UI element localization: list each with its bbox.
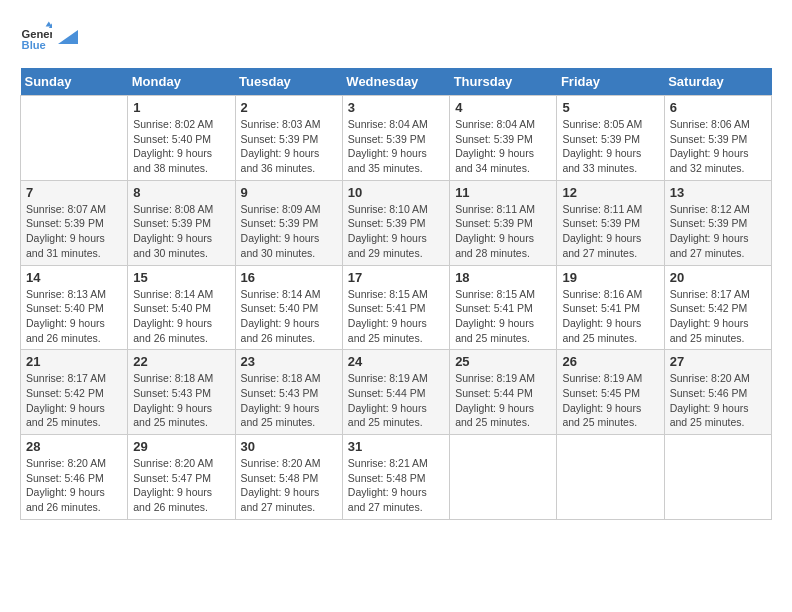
calendar-cell: 2Sunrise: 8:03 AMSunset: 5:39 PMDaylight… (235, 96, 342, 181)
calendar-cell: 8Sunrise: 8:08 AMSunset: 5:39 PMDaylight… (128, 180, 235, 265)
day-info: Sunrise: 8:15 AMSunset: 5:41 PMDaylight:… (455, 287, 551, 346)
day-number: 17 (348, 270, 444, 285)
day-number: 13 (670, 185, 766, 200)
day-number: 4 (455, 100, 551, 115)
calendar-week-4: 21Sunrise: 8:17 AMSunset: 5:42 PMDayligh… (21, 350, 772, 435)
day-number: 3 (348, 100, 444, 115)
day-info: Sunrise: 8:14 AMSunset: 5:40 PMDaylight:… (241, 287, 337, 346)
day-number: 1 (133, 100, 229, 115)
calendar-week-2: 7Sunrise: 8:07 AMSunset: 5:39 PMDaylight… (21, 180, 772, 265)
day-number: 26 (562, 354, 658, 369)
day-number: 14 (26, 270, 122, 285)
day-info: Sunrise: 8:20 AMSunset: 5:48 PMDaylight:… (241, 456, 337, 515)
calendar-cell: 7Sunrise: 8:07 AMSunset: 5:39 PMDaylight… (21, 180, 128, 265)
calendar-cell: 18Sunrise: 8:15 AMSunset: 5:41 PMDayligh… (450, 265, 557, 350)
calendar-header: SundayMondayTuesdayWednesdayThursdayFrid… (21, 68, 772, 96)
logo: General Blue (20, 20, 78, 52)
logo-icon: General Blue (20, 20, 52, 52)
day-info: Sunrise: 8:04 AMSunset: 5:39 PMDaylight:… (348, 117, 444, 176)
calendar-cell: 21Sunrise: 8:17 AMSunset: 5:42 PMDayligh… (21, 350, 128, 435)
calendar-cell: 6Sunrise: 8:06 AMSunset: 5:39 PMDaylight… (664, 96, 771, 181)
day-number: 28 (26, 439, 122, 454)
day-number: 8 (133, 185, 229, 200)
day-info: Sunrise: 8:11 AMSunset: 5:39 PMDaylight:… (562, 202, 658, 261)
day-number: 2 (241, 100, 337, 115)
calendar-week-3: 14Sunrise: 8:13 AMSunset: 5:40 PMDayligh… (21, 265, 772, 350)
day-number: 11 (455, 185, 551, 200)
calendar-cell: 4Sunrise: 8:04 AMSunset: 5:39 PMDaylight… (450, 96, 557, 181)
day-number: 9 (241, 185, 337, 200)
calendar-cell: 14Sunrise: 8:13 AMSunset: 5:40 PMDayligh… (21, 265, 128, 350)
day-info: Sunrise: 8:19 AMSunset: 5:44 PMDaylight:… (348, 371, 444, 430)
calendar-cell (664, 435, 771, 520)
day-number: 10 (348, 185, 444, 200)
day-number: 6 (670, 100, 766, 115)
day-info: Sunrise: 8:11 AMSunset: 5:39 PMDaylight:… (455, 202, 551, 261)
weekday-header-row: SundayMondayTuesdayWednesdayThursdayFrid… (21, 68, 772, 96)
weekday-header-saturday: Saturday (664, 68, 771, 96)
day-info: Sunrise: 8:15 AMSunset: 5:41 PMDaylight:… (348, 287, 444, 346)
day-info: Sunrise: 8:17 AMSunset: 5:42 PMDaylight:… (670, 287, 766, 346)
day-number: 30 (241, 439, 337, 454)
weekday-header-monday: Monday (128, 68, 235, 96)
day-info: Sunrise: 8:04 AMSunset: 5:39 PMDaylight:… (455, 117, 551, 176)
weekday-header-friday: Friday (557, 68, 664, 96)
calendar-cell: 27Sunrise: 8:20 AMSunset: 5:46 PMDayligh… (664, 350, 771, 435)
calendar-week-5: 28Sunrise: 8:20 AMSunset: 5:46 PMDayligh… (21, 435, 772, 520)
svg-marker-4 (58, 30, 78, 44)
day-number: 31 (348, 439, 444, 454)
weekday-header-wednesday: Wednesday (342, 68, 449, 96)
calendar-cell: 29Sunrise: 8:20 AMSunset: 5:47 PMDayligh… (128, 435, 235, 520)
calendar-cell (557, 435, 664, 520)
day-info: Sunrise: 8:02 AMSunset: 5:40 PMDaylight:… (133, 117, 229, 176)
calendar-cell: 17Sunrise: 8:15 AMSunset: 5:41 PMDayligh… (342, 265, 449, 350)
day-number: 20 (670, 270, 766, 285)
day-info: Sunrise: 8:10 AMSunset: 5:39 PMDaylight:… (348, 202, 444, 261)
calendar-cell: 10Sunrise: 8:10 AMSunset: 5:39 PMDayligh… (342, 180, 449, 265)
day-info: Sunrise: 8:18 AMSunset: 5:43 PMDaylight:… (241, 371, 337, 430)
calendar-cell: 20Sunrise: 8:17 AMSunset: 5:42 PMDayligh… (664, 265, 771, 350)
day-info: Sunrise: 8:20 AMSunset: 5:46 PMDaylight:… (26, 456, 122, 515)
calendar-cell: 25Sunrise: 8:19 AMSunset: 5:44 PMDayligh… (450, 350, 557, 435)
day-number: 18 (455, 270, 551, 285)
day-number: 29 (133, 439, 229, 454)
day-info: Sunrise: 8:08 AMSunset: 5:39 PMDaylight:… (133, 202, 229, 261)
calendar-cell: 22Sunrise: 8:18 AMSunset: 5:43 PMDayligh… (128, 350, 235, 435)
day-info: Sunrise: 8:19 AMSunset: 5:45 PMDaylight:… (562, 371, 658, 430)
day-number: 24 (348, 354, 444, 369)
day-number: 23 (241, 354, 337, 369)
calendar-cell: 11Sunrise: 8:11 AMSunset: 5:39 PMDayligh… (450, 180, 557, 265)
calendar-table: SundayMondayTuesdayWednesdayThursdayFrid… (20, 68, 772, 520)
day-info: Sunrise: 8:14 AMSunset: 5:40 PMDaylight:… (133, 287, 229, 346)
page-header: General Blue (20, 20, 772, 52)
day-info: Sunrise: 8:12 AMSunset: 5:39 PMDaylight:… (670, 202, 766, 261)
calendar-cell: 19Sunrise: 8:16 AMSunset: 5:41 PMDayligh… (557, 265, 664, 350)
calendar-cell: 15Sunrise: 8:14 AMSunset: 5:40 PMDayligh… (128, 265, 235, 350)
calendar-week-1: 1Sunrise: 8:02 AMSunset: 5:40 PMDaylight… (21, 96, 772, 181)
day-number: 16 (241, 270, 337, 285)
day-info: Sunrise: 8:19 AMSunset: 5:44 PMDaylight:… (455, 371, 551, 430)
calendar-body: 1Sunrise: 8:02 AMSunset: 5:40 PMDaylight… (21, 96, 772, 520)
svg-text:General: General (22, 28, 52, 40)
day-info: Sunrise: 8:13 AMSunset: 5:40 PMDaylight:… (26, 287, 122, 346)
day-info: Sunrise: 8:17 AMSunset: 5:42 PMDaylight:… (26, 371, 122, 430)
day-info: Sunrise: 8:16 AMSunset: 5:41 PMDaylight:… (562, 287, 658, 346)
day-number: 15 (133, 270, 229, 285)
day-info: Sunrise: 8:05 AMSunset: 5:39 PMDaylight:… (562, 117, 658, 176)
weekday-header-sunday: Sunday (21, 68, 128, 96)
svg-text:Blue: Blue (22, 39, 46, 51)
calendar-cell: 1Sunrise: 8:02 AMSunset: 5:40 PMDaylight… (128, 96, 235, 181)
day-number: 27 (670, 354, 766, 369)
day-info: Sunrise: 8:18 AMSunset: 5:43 PMDaylight:… (133, 371, 229, 430)
calendar-cell: 12Sunrise: 8:11 AMSunset: 5:39 PMDayligh… (557, 180, 664, 265)
day-info: Sunrise: 8:21 AMSunset: 5:48 PMDaylight:… (348, 456, 444, 515)
calendar-cell: 24Sunrise: 8:19 AMSunset: 5:44 PMDayligh… (342, 350, 449, 435)
day-number: 12 (562, 185, 658, 200)
calendar-cell: 13Sunrise: 8:12 AMSunset: 5:39 PMDayligh… (664, 180, 771, 265)
calendar-cell (450, 435, 557, 520)
day-info: Sunrise: 8:09 AMSunset: 5:39 PMDaylight:… (241, 202, 337, 261)
day-number: 22 (133, 354, 229, 369)
weekday-header-tuesday: Tuesday (235, 68, 342, 96)
calendar-cell: 16Sunrise: 8:14 AMSunset: 5:40 PMDayligh… (235, 265, 342, 350)
calendar-cell: 23Sunrise: 8:18 AMSunset: 5:43 PMDayligh… (235, 350, 342, 435)
